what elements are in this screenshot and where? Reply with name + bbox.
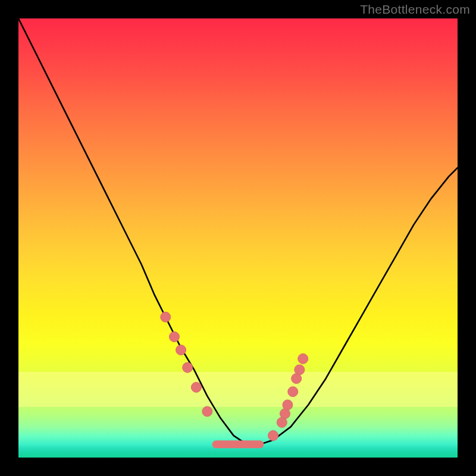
bottleneck-curve: [18, 18, 458, 444]
curve-marker: [295, 365, 305, 375]
curve-marker: [169, 332, 179, 342]
watermark-text: TheBottleneck.com: [360, 2, 470, 17]
chart-svg: [18, 18, 458, 458]
curve-marker: [183, 362, 193, 372]
curve-marker: [176, 345, 186, 355]
curve-marker: [161, 312, 171, 322]
curve-marker: [202, 406, 212, 416]
plot-area: [18, 18, 458, 458]
curve-marker: [288, 387, 298, 397]
curve-marker: [283, 400, 293, 410]
curve-marker: [268, 431, 278, 441]
curve-marker: [298, 353, 308, 364]
curve-marker: [191, 382, 201, 392]
outer-frame: TheBottleneck.com: [0, 0, 476, 476]
